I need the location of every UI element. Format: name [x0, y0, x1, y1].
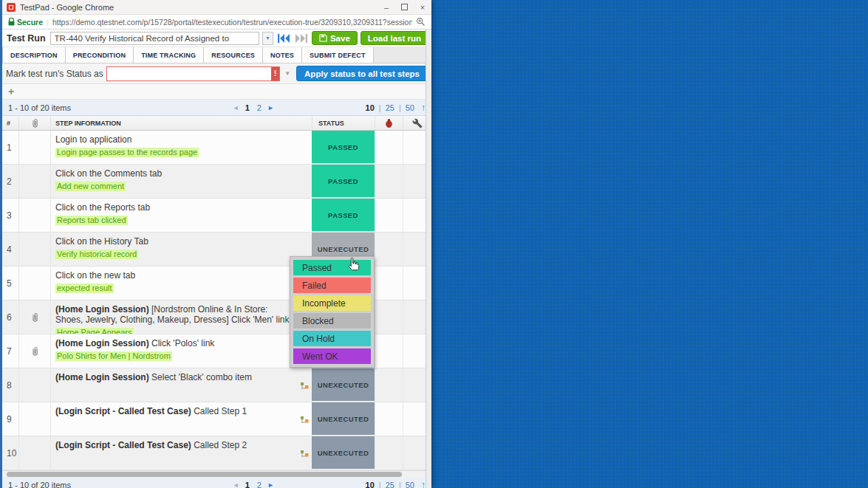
url-text[interactable]: https://demo.qtestnet.com/p/15728/portal… — [52, 18, 412, 27]
wrench-icon[interactable] — [412, 118, 423, 128]
header-status: STATUS — [312, 116, 375, 130]
attachment-icon[interactable] — [18, 300, 50, 334]
step-cell[interactable]: (Home Login Session) Select 'Black' comb… — [50, 368, 312, 402]
defect-cell[interactable] — [375, 402, 403, 436]
tab-submit-defect[interactable]: SUBMIT DEFECT — [302, 47, 374, 63]
expected-result: expected result — [55, 283, 114, 293]
defect-cell[interactable] — [375, 267, 403, 300]
called-test-case-icon[interactable] — [300, 414, 310, 427]
page-size-50[interactable]: 50 — [406, 103, 414, 112]
status-chip[interactable]: PASSED — [312, 131, 375, 164]
apply-status-button[interactable]: Apply status to all test steps — [296, 66, 428, 81]
defect-cell[interactable] — [375, 233, 403, 266]
add-icon[interactable]: + — [8, 86, 14, 97]
prev-page-icon-bottom[interactable]: ◄ — [233, 481, 239, 488]
page-size-25[interactable]: 25 — [386, 481, 394, 488]
save-button[interactable]: Save — [312, 31, 358, 45]
step-cell[interactable]: Click on the Reports tabReports tab clic… — [50, 199, 312, 232]
horizontal-scrollbar[interactable] — [2, 470, 431, 477]
step-action-text: Select 'Black' combo item — [151, 372, 252, 382]
step-description: (Home Login Session) Click 'Polos' link — [55, 338, 297, 348]
page-link-1[interactable]: 1 — [245, 103, 250, 112]
url-separator: | — [47, 18, 49, 27]
status-input[interactable] — [107, 67, 271, 80]
status-option-blocked[interactable]: Blocked — [293, 313, 371, 329]
page-size-50[interactable]: 50 — [406, 481, 414, 488]
page-size-10[interactable]: 10 — [366, 103, 375, 112]
step-action-text: Login to application — [55, 134, 131, 145]
defect-cell[interactable] — [375, 368, 403, 402]
table-row: 1Login to applicationLogin page passes t… — [2, 131, 431, 165]
vertical-scrollbar[interactable] — [426, 30, 431, 488]
status-dropdown-caret[interactable]: ▼ — [283, 70, 292, 77]
step-cell[interactable]: Click on the new tabexpected result — [50, 267, 312, 300]
testpad-favicon — [7, 3, 16, 12]
expected-result: Login page passes to the records page — [55, 148, 199, 157]
defect-cell[interactable] — [375, 300, 403, 334]
called-test-case-icon[interactable] — [300, 380, 310, 394]
status-alert-badge: ! — [271, 67, 279, 80]
defect-cell[interactable] — [375, 165, 403, 198]
step-cell[interactable]: Click on the History TabVerify historica… — [50, 233, 312, 266]
step-cell[interactable]: (Login Script - Called Test Case) Called… — [50, 436, 312, 470]
step-number: 5 — [2, 267, 18, 300]
page-link-2[interactable]: 2 — [257, 481, 262, 488]
header-attachment — [18, 116, 50, 130]
attachment-cell — [18, 368, 50, 402]
status-chip[interactable]: UNEXECUTED — [312, 368, 375, 402]
table-row: 8(Home Login Session) Select 'Black' com… — [2, 368, 431, 402]
load-last-run-button[interactable]: Load last run — [360, 31, 428, 45]
zoom-page-icon[interactable] — [416, 17, 426, 27]
status-option-incomplete[interactable]: Incomplete — [293, 295, 371, 311]
status-option-failed[interactable]: Failed — [293, 278, 371, 293]
step-cell[interactable]: (Home Login Session) Click 'Polos' linkP… — [50, 334, 312, 368]
step-action-text: Click on the History Tab — [55, 236, 148, 247]
next-page-icon-bottom[interactable]: ► — [267, 481, 274, 488]
step-cell[interactable]: Click on the Comments tabAdd new comment — [50, 165, 312, 198]
page-size-10[interactable]: 10 — [366, 481, 375, 488]
status-chip[interactable]: UNEXECUTED — [312, 402, 375, 436]
status-chip[interactable]: UNEXECUTED — [312, 436, 375, 470]
tab-time-tracking[interactable]: TIME TRACKING — [134, 47, 204, 63]
page-link-2[interactable]: 2 — [257, 103, 262, 112]
next-page-icon[interactable]: ► — [267, 104, 274, 111]
status-option-went-ok[interactable]: Went OK — [293, 348, 371, 364]
status-option-on-hold[interactable]: On Hold — [293, 331, 371, 346]
called-test-case-icon[interactable] — [300, 448, 310, 461]
defect-cell[interactable] — [375, 436, 403, 470]
step-session-prefix: (Login Script - Called Test Case) — [55, 440, 191, 450]
tab-resources[interactable]: RESOURCES — [204, 47, 263, 63]
testrun-input[interactable] — [50, 32, 259, 45]
expected-result: Home Page Appears — [55, 328, 134, 334]
defect-cell[interactable] — [375, 199, 403, 232]
step-cell[interactable]: (Home Login Session) [Nordstrom Online &… — [50, 300, 312, 334]
status-chip[interactable]: PASSED — [312, 165, 375, 198]
minimize-button[interactable]: – — [382, 3, 391, 12]
secure-indicator[interactable]: Secure — [8, 18, 43, 27]
page-link-1[interactable]: 1 — [245, 481, 250, 488]
testrun-dropdown-button[interactable]: ▼ — [262, 32, 273, 45]
step-description: (Home Login Session) Select 'Black' comb… — [55, 372, 297, 382]
status-option-passed[interactable]: Passed — [293, 260, 371, 275]
attachment-icon[interactable] — [18, 334, 50, 368]
horizontal-scrollbar-thumb[interactable] — [7, 472, 402, 477]
defect-cell[interactable] — [375, 334, 403, 368]
maximize-button[interactable] — [401, 4, 408, 10]
defect-cell[interactable] — [375, 131, 403, 164]
tab-description[interactable]: DESCRIPTION — [2, 47, 66, 63]
tab-precondition[interactable]: PRECONDITION — [66, 47, 134, 63]
page-size-25[interactable]: 25 — [386, 103, 394, 112]
step-cell[interactable]: (Login Script - Called Test Case) Called… — [50, 402, 312, 436]
status-chip[interactable]: PASSED — [312, 199, 375, 232]
address-bar[interactable]: Secure | https://demo.qtestnet.com/p/157… — [2, 15, 431, 30]
attachment-cell — [18, 402, 50, 436]
step-description: Click on the new tab — [55, 270, 297, 281]
step-number: 4 — [2, 233, 18, 266]
tab-notes[interactable]: NOTES — [263, 47, 302, 63]
prev-page-icon[interactable]: ◄ — [233, 104, 239, 111]
step-cell[interactable]: Login to applicationLogin page passes to… — [50, 131, 312, 164]
previous-run-icon[interactable] — [276, 32, 291, 44]
next-run-icon[interactable] — [294, 32, 309, 44]
close-button[interactable]: × — [418, 3, 427, 12]
attachment-cell — [18, 165, 50, 198]
